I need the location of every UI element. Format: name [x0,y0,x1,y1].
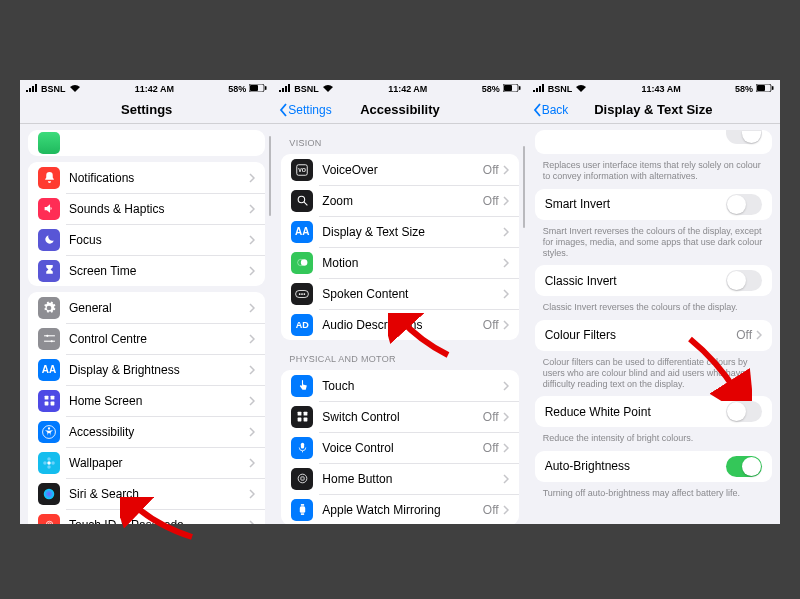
settings-row[interactable]: Apple Watch MirroringOff [281,494,518,524]
battery-label: 58% [228,84,246,94]
settings-row[interactable]: Auto-Brightness [535,451,772,482]
settings-row[interactable]: Focus [28,224,265,255]
status-bar: BSNL 11:43 AM 58% [527,80,780,96]
settings-row[interactable]: Smart Invert [535,189,772,220]
settings-row[interactable]: Voice ControlOff [281,432,518,463]
footer-text: Reduce the intensity of bright colours. [543,433,764,444]
triptych: BSNL 11:42 AM 58% Settings Notifications… [20,80,780,524]
chevron-right-icon [249,427,255,437]
settings-row[interactable]: Control Centre [28,323,265,354]
toggle-switch[interactable] [726,456,762,477]
toggle-switch[interactable] [726,401,762,422]
back-button[interactable]: Settings [279,96,331,124]
settings-row[interactable]: General [28,292,265,323]
settings-row[interactable]: Motion [281,247,518,278]
row-label: Smart Invert [545,197,726,211]
svg-rect-14 [50,402,54,406]
back-button[interactable]: Back [533,96,569,124]
time-label: 11:42 AM [135,84,174,94]
settings-row[interactable]: Accessibility [28,416,265,447]
settings-row[interactable]: Touch ID & Passcode [28,509,265,524]
settings-row[interactable]: Home Button [281,463,518,494]
chevron-right-icon [249,266,255,276]
settings-row[interactable]: Spoken Content [281,278,518,309]
row-label: VoiceOver [322,163,483,177]
row-label: Apple Watch Mirroring [322,503,483,517]
screentime-placeholder-icon [38,132,60,154]
settings-row[interactable]: Reduce White Point [535,396,772,427]
settings-row[interactable]: Home Screen [28,385,265,416]
row-label: Display & Brightness [69,363,249,377]
row-label: Display & Text Size [322,225,502,239]
settings-row[interactable]: ADAudio DescriptionsOff [281,309,518,340]
svg-rect-26 [288,84,290,92]
row-value: Off [483,163,499,177]
settings-row[interactable]: Colour FiltersOff [535,320,772,351]
settings-row[interactable]: Siri & Search [28,478,265,509]
svg-point-38 [301,293,303,295]
page-title: Display & Text Size [594,102,712,117]
chevron-right-icon [503,474,509,484]
prev-setting-partial [535,130,772,154]
svg-rect-25 [285,86,287,92]
row-label: Audio Descriptions [322,318,483,332]
row-label: Siri & Search [69,487,249,501]
wifi-icon [575,84,587,94]
svg-point-39 [304,293,306,295]
sliders-icon [38,328,60,350]
settings-row[interactable]: Sounds & Haptics [28,193,265,224]
chevron-right-icon [249,303,255,313]
settings-row[interactable]: Classic Invert [535,265,772,296]
phone-display-text-size: BSNL 11:43 AM 58% Back Display & Text Si… [527,80,780,524]
nav-bar: Settings Accessibility [273,96,526,124]
row-label: Focus [69,233,249,247]
section-header-physical: PHYSICAL AND MOTOR [289,354,510,364]
footer-text: Colour filters can be used to differenti… [543,357,764,391]
watch-icon [291,499,313,521]
aa-icon: AA [38,359,60,381]
accessibility-content: VISION VOVoiceOverOffZoomOffAADisplay & … [273,124,526,524]
section-header-vision: VISION [289,138,510,148]
settings-row[interactable]: Wallpaper [28,447,265,478]
row-value: Off [736,328,752,342]
toggle-switch[interactable] [726,194,762,215]
moon-icon [38,229,60,251]
battery-label: 58% [735,84,753,94]
back-label: Settings [288,103,331,117]
toggle-switch[interactable] [726,270,762,291]
footer-text: Smart Invert reverses the colours of the… [543,226,764,260]
settings-row[interactable]: AADisplay & Brightness [28,354,265,385]
accessibility-icon [38,421,60,443]
settings-row-partial[interactable] [28,130,265,156]
aa-icon: AA [291,221,313,243]
settings-row[interactable]: Touch [281,370,518,401]
settings-row[interactable]: VOVoiceOverOff [281,154,518,185]
toggle-icon[interactable] [726,130,762,144]
svg-point-22 [44,488,55,499]
footer-text: Replaces user interface items that rely … [543,160,764,183]
svg-point-16 [48,427,50,429]
settings-row[interactable]: ZoomOff [281,185,518,216]
row-label: Accessibility [69,425,249,439]
wifi-icon [69,84,81,94]
row-label: Switch Control [322,410,483,424]
settings-row[interactable]: AADisplay & Text Size [281,216,518,247]
touch-icon [291,375,313,397]
chevron-right-icon [503,196,509,206]
chevron-left-icon [533,103,541,117]
svg-rect-51 [536,88,538,92]
svg-rect-29 [519,86,521,90]
chevron-right-icon [249,489,255,499]
row-value: Off [483,318,499,332]
row-value: Off [483,503,499,517]
svg-rect-12 [50,396,54,400]
row-label: Touch ID & Passcode [69,518,249,525]
settings-row[interactable]: Screen Time [28,255,265,286]
row-label: Zoom [322,194,483,208]
settings-row[interactable]: Notifications [28,162,265,193]
row-label: Voice Control [322,441,483,455]
settings-row[interactable]: Switch ControlOff [281,401,518,432]
homebtn-icon [291,468,313,490]
footer-text: Classic Invert reverses the colours of t… [543,302,764,313]
svg-rect-56 [772,86,774,90]
